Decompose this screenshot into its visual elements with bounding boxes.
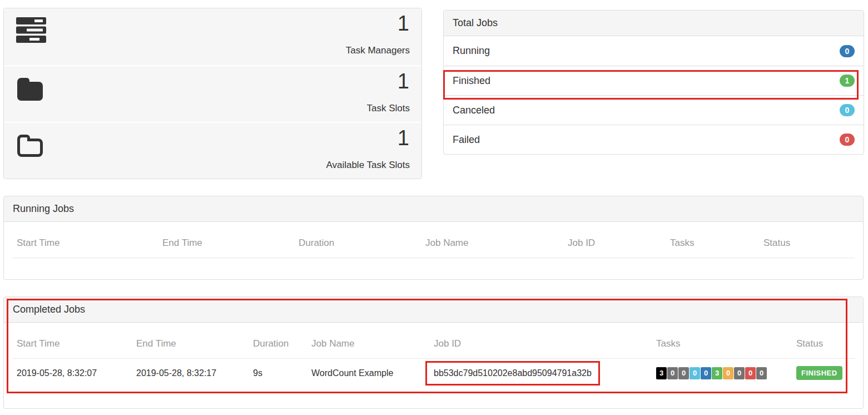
task-count-badge: 0 [701,367,711,379]
task-count-badge: 0 [667,367,678,379]
task-count-badge: 0 [734,367,745,379]
col-duration: Duration [249,323,307,359]
col-end-time: End Time [132,323,249,359]
completed-jobs-panel: Completed Jobs Start Time End Time Durat… [3,297,864,409]
folder-outline-icon [16,134,44,160]
col-job-name: Job Name [421,222,563,258]
col-tasks: Tasks [652,323,792,359]
task-count-badge: 0 [723,367,733,379]
task-count-badge: 3 [712,367,722,379]
cell-duration: 9s [249,359,307,388]
running-jobs-panel: Running Jobs Start Time End Time Duratio… [3,196,864,280]
cell-status: FINISHED [792,359,855,388]
completed-jobs-table: Start Time End Time Duration Job Name Jo… [12,323,855,388]
total-jobs-row-canceled: Canceled 0 [444,95,864,125]
job-id-highlight-box: bb53dc79d510202e8abd95094791a32b [425,361,600,386]
tasks-icon [16,17,46,45]
canceled-label: Canceled [453,105,495,116]
finished-count-badge: 1 [840,75,855,87]
col-duration: Duration [294,222,421,258]
col-job-id: Job ID [429,323,652,359]
running-label: Running [453,45,490,57]
total-jobs-row-failed: Failed 0 [444,125,864,154]
failed-label: Failed [453,134,480,146]
status-badge: FINISHED [796,366,842,380]
running-jobs-table: Start Time End Time Duration Job Name Jo… [12,222,855,258]
cell-end-time: 2019-05-28, 8:32:17 [132,359,249,388]
col-status: Status [759,222,855,258]
folder-solid-icon [16,77,44,103]
stat-card-task-managers: 1 Task Managers [4,8,421,65]
running-jobs-empty-area [12,258,855,280]
task-managers-count: 1 [398,12,409,36]
col-start-time: Start Time [12,323,132,359]
cell-start-time: 2019-05-28, 8:32:07 [12,359,132,388]
running-jobs-header-row: Start Time End Time Duration Job Name Jo… [12,222,855,258]
failed-count-badge: 0 [840,134,855,146]
job-id-value: bb53dc79d510202e8abd95094791a32b [434,368,592,378]
task-slots-label: Task Slots [367,103,410,114]
task-count-badge: 0 [690,367,700,379]
cell-job-id: bb53dc79d510202e8abd95094791a32b [429,359,652,388]
cluster-stats-panel: 1 Task Managers 1 Task Slots 1 Available… [3,8,422,179]
total-jobs-title: Total Jobs [444,11,864,36]
stat-card-available-task-slots: 1 Available Task Slots [4,122,421,179]
col-job-id: Job ID [563,222,666,258]
available-task-slots-label: Available Task Slots [326,160,410,171]
col-start-time: Start Time [12,222,158,258]
task-count-badge: 0 [745,367,756,379]
total-jobs-row-finished: Finished 1 [444,66,864,95]
cell-job-name: WordCount Example [307,359,429,388]
completed-jobs-title: Completed Jobs [4,297,863,323]
finished-label: Finished [453,75,490,87]
col-tasks: Tasks [666,222,759,258]
stat-card-task-slots: 1 Task Slots [4,65,421,122]
task-slots-count: 1 [398,70,409,93]
col-job-name: Job Name [307,323,429,359]
task-count-badge: 0 [756,367,767,379]
running-jobs-title: Running Jobs [4,196,863,222]
task-state-badges: 3000030000 [656,367,767,379]
col-end-time: End Time [158,222,294,258]
task-count-badge: 0 [678,367,689,379]
cell-tasks: 3000030000 [652,359,792,388]
completed-jobs-header-row: Start Time End Time Duration Job Name Jo… [12,323,855,359]
task-count-badge: 3 [656,367,667,379]
running-count-badge: 0 [840,45,855,57]
available-task-slots-count: 1 [398,126,409,150]
total-jobs-panel: Total Jobs Running 0 Finished 1 Canceled… [443,10,864,155]
total-jobs-row-running: Running 0 [444,36,864,66]
col-status: Status [792,323,855,359]
task-managers-label: Task Managers [346,45,410,56]
canceled-count-badge: 0 [840,104,855,116]
completed-job-row[interactable]: 2019-05-28, 8:32:07 2019-05-28, 8:32:17 … [12,359,855,388]
